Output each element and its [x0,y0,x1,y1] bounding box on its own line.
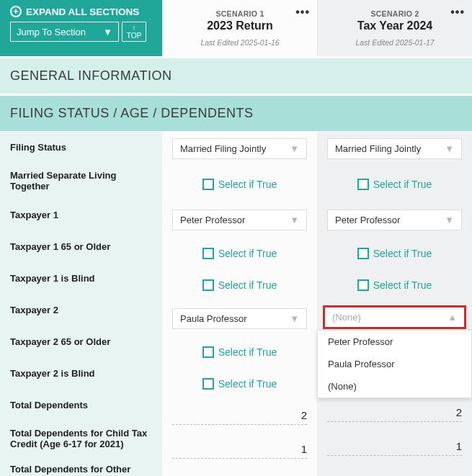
taxpayer-2-placeholder-s2: (None) [332,312,361,323]
label-taxpayer-1-65: Taxpayer 1 65 or Older [0,230,162,262]
checkbox-icon [202,248,214,259]
select-if-true-label: Select if True [373,279,432,291]
taxpayer-2-value-s1: Paula Professor [180,313,247,324]
taxpayer-2-65-checkbox-s1[interactable]: Select if True [202,346,277,358]
chevron-down-icon: ▼ [445,143,454,154]
section-general-information[interactable]: GENERAL INFORMATION [0,58,472,94]
select-if-true-label: Select if True [373,248,432,259]
taxpayer-2-select-s1[interactable]: Paula Professor ▼ [172,308,307,329]
label-taxpayer-2: Taxpayer 2 [0,294,162,325]
taxpayer-1-select-s1[interactable]: Peter Professor ▼ [172,210,307,230]
total-dependents-value-s1: 2 [172,409,307,425]
scenario-2-menu-icon[interactable]: ••• [450,6,465,19]
taxpayer-1-blind-checkbox-s2[interactable]: Select if True [357,279,432,291]
chevron-down-icon: ▼ [290,143,299,154]
checkbox-icon [357,279,369,291]
label-filing-status: Filing Status [0,131,162,163]
select-if-true-label: Select if True [218,279,277,291]
checkbox-icon [357,179,369,190]
select-if-true-label: Select if True [218,179,277,190]
label-total-dependents: Total Dependents [0,389,162,421]
filing-status-select-s1[interactable]: Married Filing Jointly ▼ [172,138,307,159]
scenario-1-title: 2023 Return [163,19,317,32]
dropdown-option[interactable]: Paula Professor [318,353,471,375]
select-if-true-label: Select if True [218,248,277,259]
scroll-top-button[interactable]: ↑ TOP [122,22,146,42]
chevron-down-icon: ▼ [290,215,299,225]
chevron-down-icon: ▼ [103,27,112,37]
scenario-2-label: SCENARIO 2 [318,9,472,18]
label-taxpayer-2-blind: Taxpayer 2 is Blind [0,357,162,389]
filing-status-select-s2[interactable]: Married Filing Jointly ▼ [327,138,462,159]
label-taxpayer-1-blind: Taxpayer 1 is Blind [0,262,162,294]
dropdown-option[interactable]: Peter Professor [318,331,471,353]
taxpayer-2-dropdown-s2: Peter Professor Paula Professor (None) [317,330,472,398]
dropdown-option[interactable]: (None) [318,375,471,398]
checkbox-icon [202,179,214,190]
chevron-down-icon: ▼ [290,313,299,324]
filing-status-value-s2: Married Filing Jointly [335,143,421,154]
expand-all-label: EXPAND ALL SECTIONS [26,6,139,17]
label-taxpayer-1: Taxpayer 1 [0,199,162,230]
expand-all-sections[interactable]: + EXPAND ALL SECTIONS [10,6,155,17]
label-total-dependents-ctc: Total Dependents for Child Tax Credit (A… [0,421,162,457]
checkbox-icon [202,279,214,291]
arrow-up-icon: ↑ [132,24,135,32]
scenario-1-label: SCENARIO 1 [163,9,317,18]
taxpayer-1-value-s1: Peter Professor [180,215,245,225]
filing-status-value-s1: Married Filing Jointly [180,143,266,154]
label-taxpayer-2-65: Taxpayer 2 65 or Older [0,325,162,357]
chevron-down-icon: ▼ [445,215,454,225]
total-dependents-ctc-value-s2: 1 [327,440,462,456]
scenario-1-header: ••• SCENARIO 1 2023 Return Last Edited 2… [162,0,317,56]
taxpayer-2-select-s2[interactable]: (None) ▲ [323,305,466,329]
married-separate-checkbox-s1[interactable]: Select if True [202,179,277,190]
select-if-true-label: Select if True [218,378,277,390]
taxpayer-1-value-s2: Peter Professor [335,215,400,225]
married-separate-checkbox-s2[interactable]: Select if True [357,179,432,190]
scenario-2-header: ••• SCENARIO 2 Tax Year 2024 Last Edited… [317,0,472,56]
total-dependents-value-s2: 2 [327,406,462,422]
section-filing-status[interactable]: FILING STATUS / AGE / DEPENDENTS [0,96,472,131]
jump-to-section-label: Jump To Section [17,27,86,37]
scenario-1-menu-icon[interactable]: ••• [295,6,310,19]
chevron-up-icon: ▲ [447,312,457,323]
select-if-true-label: Select if True [218,346,277,358]
checkbox-icon [202,346,214,358]
jump-to-section-button[interactable]: Jump To Section ▼ [10,22,119,42]
label-total-dependents-other: Total Dependents for Other Credit [0,457,162,476]
select-if-true-label: Select if True [373,179,432,190]
taxpayer-1-65-checkbox-s1[interactable]: Select if True [202,248,277,259]
taxpayer-2-blind-checkbox-s1[interactable]: Select if True [202,378,277,390]
top-button-label: TOP [127,32,141,40]
checkbox-icon [202,378,214,390]
label-married-separate: Married Separate Living Together [0,163,162,199]
plus-circle-icon: + [10,6,22,17]
scenario-2-edited: Last Edited 2025-01-17 [318,38,472,47]
scenario-2-title: Tax Year 2024 [318,19,472,32]
total-dependents-ctc-value-s1: 1 [172,443,307,459]
taxpayer-1-blind-checkbox-s1[interactable]: Select if True [202,279,277,291]
taxpayer-1-65-checkbox-s2[interactable]: Select if True [357,248,432,259]
scenario-1-edited: Last Edited 2025-01-16 [163,38,317,47]
taxpayer-1-select-s2[interactable]: Peter Professor ▼ [327,210,462,230]
checkbox-icon [357,248,369,259]
